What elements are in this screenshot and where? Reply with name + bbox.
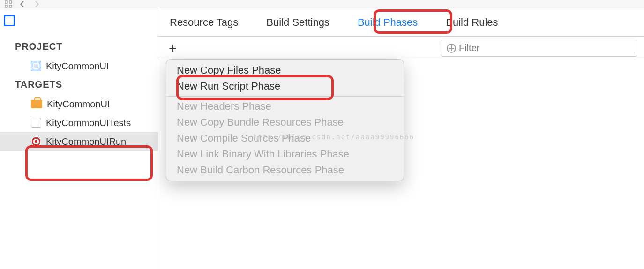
test-target-icon — [31, 118, 41, 128]
tab-build-rules[interactable]: Build Rules — [446, 11, 498, 34]
filter-icon — [447, 44, 456, 53]
filter-bar: + — [158, 37, 644, 60]
filter-field-wrap[interactable] — [441, 40, 637, 57]
menu-copy-bundle: New Copy Bundle Resources Phase — [166, 114, 404, 130]
svg-rect-1 — [9, 1, 12, 3]
annotation-highlight-target — [25, 145, 153, 181]
menu-link-binary: New Link Binary With Libraries Phase — [166, 146, 404, 162]
tab-build-settings[interactable]: Build Settings — [266, 11, 329, 34]
chevron-right-icon[interactable] — [33, 0, 40, 8]
filter-input[interactable] — [459, 43, 631, 53]
top-toolbar — [0, 0, 644, 8]
target-label: KityCommonUI — [47, 99, 110, 110]
annotation-highlight-menu — [176, 75, 334, 100]
watermark-text: http://blog.csdn.net/aaaa99996666 — [253, 133, 414, 141]
annotation-highlight-tab — [374, 9, 452, 34]
chevron-left-icon[interactable] — [19, 0, 26, 8]
menu-headers: New Headers Phase — [166, 98, 404, 114]
target-item-tests[interactable]: KityCommonUITests — [0, 113, 158, 132]
targets-section-header: TARGETS — [0, 75, 158, 95]
app-target-icon — [31, 100, 42, 108]
target-item-main[interactable]: KityCommonUI — [0, 95, 158, 113]
svg-rect-3 — [9, 5, 12, 7]
svg-rect-2 — [5, 5, 7, 7]
project-section-header: PROJECT — [0, 37, 158, 57]
project-icon — [31, 61, 41, 71]
sidebar-toggle-icon[interactable] — [4, 15, 15, 26]
project-name-label: KityCommonUI — [46, 61, 109, 72]
menu-carbon: New Build Carbon Resources Phase — [166, 162, 404, 178]
add-phase-button[interactable]: + — [165, 41, 181, 55]
grid-icon[interactable] — [5, 0, 12, 8]
target-label: KityCommonUITests — [46, 118, 131, 128]
svg-rect-0 — [5, 1, 7, 3]
tab-resource-tags[interactable]: Resource Tags — [170, 11, 238, 34]
sidebar: PROJECT KityCommonUI TARGETS KityCommonU… — [0, 8, 158, 269]
project-item[interactable]: KityCommonUI — [0, 57, 158, 75]
